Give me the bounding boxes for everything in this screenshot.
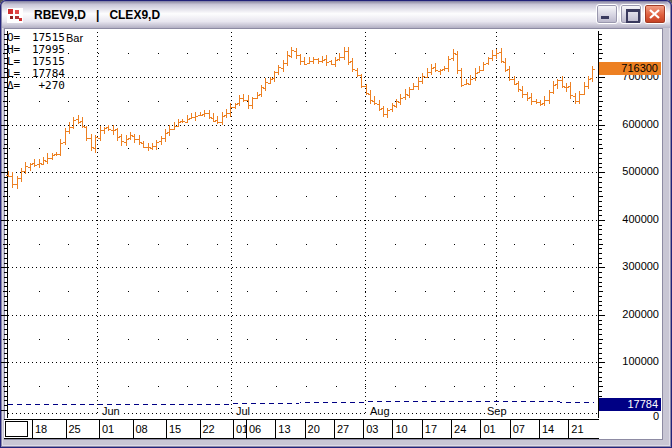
price-axis-label: 200000	[622, 309, 659, 320]
price-axis-zero-label: 0	[653, 411, 659, 422]
date-cell: 21	[568, 420, 597, 438]
last-price-marker: 716300	[599, 62, 661, 75]
overlay-price-marker: 17784	[599, 398, 661, 411]
date-cell: 24	[451, 420, 480, 438]
date-cell: 06	[246, 420, 275, 438]
date-cell: 01	[233, 420, 246, 438]
date-cell: 03	[363, 420, 392, 438]
price-axis-label: 100000	[622, 356, 659, 367]
price-chart-plot[interactable]	[8, 31, 598, 418]
price-axis-label: 300000	[622, 261, 659, 272]
date-cell: 07	[510, 420, 539, 438]
date-cell: 20	[305, 420, 334, 438]
date-cell: 15	[166, 420, 200, 438]
tab-separator: |	[92, 8, 103, 22]
tab-clex9[interactable]: CLEX9,D	[103, 8, 166, 22]
tab-rbev9[interactable]: RBEV9,D	[28, 8, 92, 22]
price-axis-label: 500000	[622, 166, 659, 177]
date-axis-strip: 18250108152201061320270310172401071421	[4, 419, 599, 439]
title-bar[interactable]: RBEV9,D | CLEX9,D	[2, 2, 670, 28]
date-cell: 01	[480, 420, 509, 438]
date-cell: 13	[275, 420, 304, 438]
date-cell: 27	[334, 420, 363, 438]
app-icon	[7, 8, 23, 23]
date-cell: 17	[422, 420, 451, 438]
date-axis-spacer-box	[5, 421, 28, 437]
date-cell: 08	[133, 420, 167, 438]
date-cell: 18	[32, 420, 66, 438]
date-cell: 14	[539, 420, 568, 438]
price-axis-label: 600000	[622, 119, 659, 130]
date-cell: 22	[200, 420, 234, 438]
price-axis-label: 400000	[622, 214, 659, 225]
chart-window: RBEV9,D | CLEX9,D O=17515 H=17995 L=1751…	[0, 0, 672, 448]
date-cell: 01	[99, 420, 133, 438]
date-cell: 10	[392, 420, 421, 438]
date-cell: 25	[66, 420, 100, 438]
